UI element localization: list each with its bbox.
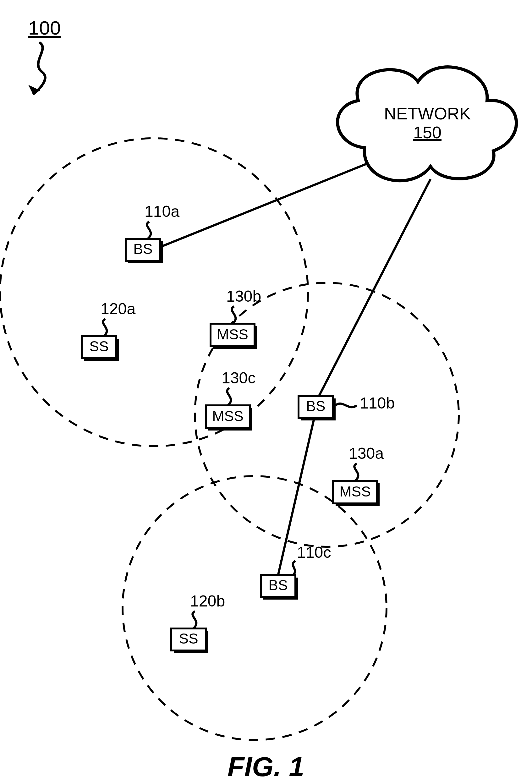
node-mss-a: 130a MSS <box>333 445 384 506</box>
node-mss-b: 130b MSS <box>211 288 261 349</box>
tag-130a: 130a <box>349 445 384 462</box>
figure-1-diagram: 100 NETWORK 150 110a BS 120 <box>0 0 532 779</box>
label-bs-c: BS <box>269 577 288 593</box>
label-bs-a: BS <box>133 241 153 257</box>
tag-130c: 130c <box>222 369 255 387</box>
figure-caption: FIG. 1 <box>228 751 304 779</box>
label-mss-b: MSS <box>217 326 248 343</box>
node-bs-c: 110c BS <box>261 544 331 600</box>
figure-number-arrow <box>33 43 45 94</box>
cell-a-circle <box>0 138 308 446</box>
node-ss-b: 120b SS <box>171 592 225 653</box>
tag-110a: 110a <box>144 203 179 220</box>
tag-120a: 120a <box>101 300 135 318</box>
label-ss-b: SS <box>179 631 198 647</box>
label-mss-a: MSS <box>339 483 371 500</box>
tag-130b: 130b <box>226 288 261 305</box>
cell-c-circle <box>123 476 387 740</box>
tag-110c: 110c <box>297 544 331 561</box>
tag-120b: 120b <box>190 592 225 610</box>
link-cloud-to-bs-a <box>157 163 368 248</box>
figure-number-label: 100 <box>28 17 61 39</box>
cloud-label-line2: 150 <box>413 123 441 142</box>
label-mss-c: MSS <box>212 408 243 424</box>
node-bs-a: 110a BS <box>126 203 179 263</box>
node-ss-a: 120a SS <box>82 300 135 361</box>
link-cloud-to-bs-b <box>317 179 430 399</box>
label-bs-b: BS <box>306 398 325 414</box>
tag-110b: 110b <box>360 395 395 412</box>
node-bs-b: BS 110b <box>299 395 395 420</box>
node-mss-c: 130c MSS <box>206 369 255 430</box>
cloud-label-line1: NETWORK <box>384 104 471 123</box>
label-ss-a: SS <box>89 338 108 354</box>
